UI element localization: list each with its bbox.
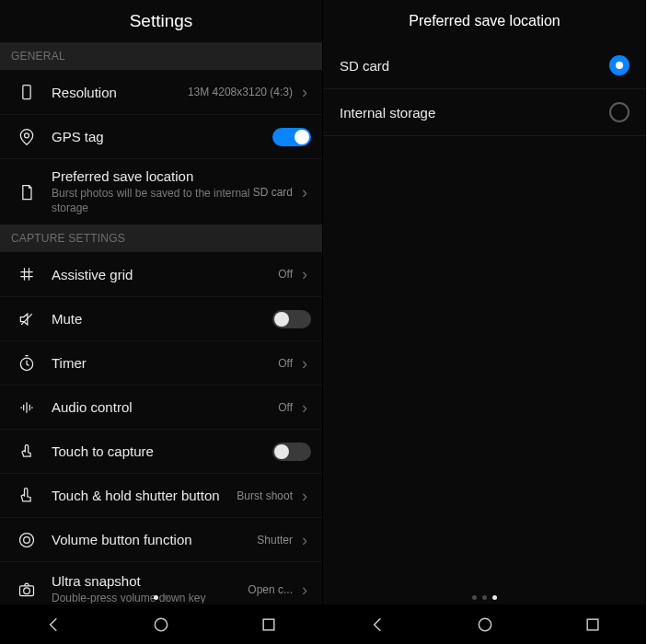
radio-sd-card[interactable] bbox=[609, 55, 630, 75]
svg-rect-0 bbox=[23, 86, 30, 99]
ultra-snapshot-label: Ultra snapshot bbox=[52, 573, 248, 589]
assistive-grid-value: Off bbox=[278, 268, 293, 281]
chevron-right-icon: › bbox=[298, 532, 311, 548]
preferred-save-sub: Burst photos will be saved to the intern… bbox=[52, 187, 253, 215]
nav-bar bbox=[0, 604, 322, 644]
ultra-snapshot-value: Open c... bbox=[248, 583, 293, 596]
page-indicator bbox=[323, 595, 646, 600]
nav-recent-button[interactable] bbox=[241, 615, 296, 634]
save-location-screen: Preferred save location SD card Internal… bbox=[323, 0, 646, 644]
volume-icon bbox=[15, 531, 39, 549]
chevron-right-icon: › bbox=[298, 355, 311, 372]
chevron-right-icon: › bbox=[298, 399, 311, 416]
option-internal-label: Internal storage bbox=[340, 105, 609, 121]
timer-label: Timer bbox=[52, 355, 278, 371]
gps-tag-toggle[interactable] bbox=[272, 128, 311, 146]
preferred-save-value: SD card bbox=[253, 186, 293, 199]
row-touch-capture[interactable]: Touch to capture bbox=[0, 429, 322, 473]
page-dot bbox=[482, 595, 487, 600]
timer-icon bbox=[15, 354, 39, 373]
touch-capture-label: Touch to capture bbox=[52, 443, 272, 459]
row-resolution[interactable]: Resolution 13M 4208x3120 (4:3) › bbox=[0, 70, 322, 114]
radio-internal[interactable] bbox=[609, 102, 630, 122]
touch-hold-value: Burst shoot bbox=[237, 489, 293, 502]
section-general-header: GENERAL bbox=[0, 42, 322, 70]
volume-button-label: Volume button function bbox=[52, 532, 257, 547]
svg-point-1 bbox=[25, 132, 29, 137]
chevron-right-icon: › bbox=[298, 488, 311, 504]
row-timer[interactable]: Timer Off › bbox=[0, 340, 322, 385]
touch-hold-icon bbox=[15, 487, 39, 505]
nav-home-button[interactable] bbox=[133, 615, 189, 634]
nav-recent-button[interactable] bbox=[565, 615, 620, 634]
touch-hold-label: Touch & hold shutter button bbox=[52, 488, 237, 503]
row-volume-button[interactable]: Volume button function Shutter › bbox=[0, 517, 322, 561]
svg-point-4 bbox=[24, 536, 30, 543]
audio-icon bbox=[15, 398, 39, 417]
volume-button-value: Shutter bbox=[257, 534, 293, 546]
preferred-save-label: Preferred save location bbox=[52, 168, 253, 184]
svg-point-6 bbox=[24, 587, 30, 593]
mute-toggle[interactable] bbox=[272, 310, 311, 328]
gps-tag-label: GPS tag bbox=[52, 129, 272, 144]
grid-icon bbox=[15, 265, 39, 283]
assistive-grid-label: Assistive grid bbox=[52, 267, 278, 282]
svg-rect-8 bbox=[263, 619, 274, 630]
nav-back-button[interactable] bbox=[26, 615, 81, 634]
audio-control-value: Off bbox=[278, 401, 293, 414]
chevron-right-icon: › bbox=[298, 184, 311, 201]
row-preferred-save[interactable]: Preferred save location Burst photos wil… bbox=[0, 158, 322, 224]
page-indicator bbox=[0, 595, 322, 600]
option-sd-card[interactable]: SD card bbox=[323, 42, 646, 89]
nav-bar bbox=[323, 604, 646, 644]
svg-point-3 bbox=[20, 533, 34, 546]
page-dot bbox=[472, 595, 477, 600]
location-icon bbox=[15, 128, 39, 146]
header-title: Preferred save location bbox=[323, 0, 646, 42]
page-dot bbox=[492, 595, 497, 600]
audio-control-label: Audio control bbox=[52, 399, 278, 415]
resolution-value: 13M 4208x3120 (4:3) bbox=[188, 86, 293, 98]
mute-icon bbox=[15, 310, 39, 328]
row-touch-hold[interactable]: Touch & hold shutter button Burst shoot … bbox=[0, 473, 322, 517]
resolution-label: Resolution bbox=[52, 85, 188, 100]
chevron-right-icon: › bbox=[298, 84, 311, 100]
svg-point-7 bbox=[155, 618, 167, 630]
option-internal[interactable]: Internal storage bbox=[323, 89, 646, 136]
nav-back-button[interactable] bbox=[350, 615, 405, 634]
page-dot bbox=[154, 595, 158, 600]
row-audio-control[interactable]: Audio control Off › bbox=[0, 385, 322, 429]
settings-screen: Settings GENERAL Resolution 13M 4208x312… bbox=[0, 0, 323, 644]
chevron-right-icon: › bbox=[298, 266, 311, 282]
header-title: Settings bbox=[0, 0, 322, 42]
resolution-icon bbox=[15, 83, 39, 101]
row-mute[interactable]: Mute bbox=[0, 296, 322, 340]
row-assistive-grid[interactable]: Assistive grid Off › bbox=[0, 252, 322, 296]
mute-label: Mute bbox=[52, 311, 272, 327]
settings-list: Resolution 13M 4208x3120 (4:3) › GPS tag… bbox=[0, 70, 322, 604]
svg-rect-10 bbox=[587, 619, 598, 630]
option-sd-card-label: SD card bbox=[340, 58, 609, 74]
section-capture-header: CAPTURE SETTINGS bbox=[0, 224, 322, 252]
timer-value: Off bbox=[278, 357, 293, 370]
row-gps-tag[interactable]: GPS tag bbox=[0, 114, 322, 158]
page-dot bbox=[164, 595, 168, 600]
storage-icon bbox=[15, 183, 39, 201]
nav-home-button[interactable] bbox=[457, 615, 513, 634]
svg-point-9 bbox=[479, 618, 491, 630]
options-list: SD card Internal storage bbox=[323, 42, 646, 604]
touch-icon bbox=[15, 443, 39, 461]
touch-capture-toggle[interactable] bbox=[272, 443, 311, 461]
